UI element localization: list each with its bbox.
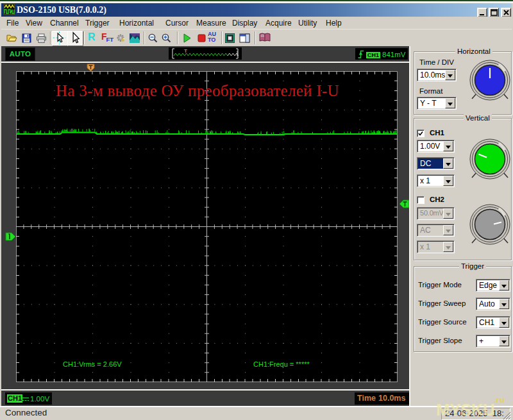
svg-text:T: T: [184, 48, 187, 54]
